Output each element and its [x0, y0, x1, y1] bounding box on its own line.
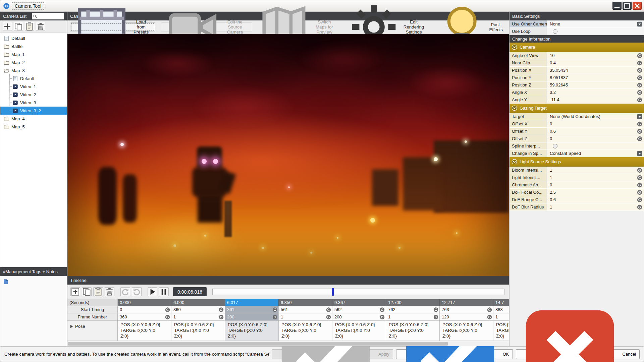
tree-item-map-2[interactable]: Map_2 [0, 58, 67, 66]
tree-item-map3-default[interactable]: Default [0, 74, 67, 82]
pose-cell-5[interactable]: POS:{X:0 Y:0.6 Z:0} TARGET:{X:0 Y:0 Z:0} [386, 321, 440, 341]
tree-item-video-1[interactable]: Video_1 [0, 82, 67, 90]
pose-cell-3[interactable]: POS:{X:0 Y:0.6 Z:0} TARGET:{X:0 Y:0 Z:0} [279, 321, 332, 341]
tree-item-video-2[interactable]: Video_2 [0, 90, 67, 99]
revert-icon[interactable] [637, 129, 642, 134]
tree-item-battle[interactable]: Battle [0, 42, 67, 50]
tree-item-map-5[interactable]: Map_5 [0, 123, 67, 131]
revert-icon[interactable] [326, 307, 331, 312]
copy-keyframe-button[interactable] [82, 287, 92, 296]
revert-icon[interactable] [637, 90, 642, 95]
start-timing-cell-6[interactable]: 763 [440, 306, 493, 313]
revert-icon[interactable] [637, 82, 642, 88]
prop-value[interactable]: None (World Coordinates) [547, 114, 636, 119]
playhead[interactable] [332, 288, 334, 296]
pose-cell-4[interactable]: POS:{X:0 Y:0.6 Z:0} TARGET:{X:0 Y:0 Z:0} [332, 321, 386, 341]
post-effects-button[interactable]: Post-Effects [434, 22, 506, 32]
tree-item-default[interactable]: Default [0, 34, 67, 42]
edit-source-camera-button[interactable]: Edit the Source Camera [161, 22, 252, 32]
tree-item-map-1[interactable]: Map_1 [0, 50, 67, 58]
close-button[interactable] [633, 2, 642, 10]
frame-number-cell-7[interactable]: 1 [493, 313, 509, 321]
frame-number-cell-0[interactable]: 360 [118, 313, 171, 321]
timeline-column-header-1[interactable]: 6.000 [171, 299, 225, 306]
revert-icon[interactable] [433, 307, 438, 312]
start-timing-cell-1[interactable]: 360 [171, 306, 225, 313]
delete-keyframe-button[interactable] [105, 287, 114, 296]
undo-button[interactable] [132, 287, 142, 296]
tree-item-map-3[interactable]: Map_3 [0, 66, 67, 74]
dropdown-icon[interactable] [637, 114, 642, 119]
timeline-scrubber[interactable] [212, 289, 504, 295]
revert-icon[interactable] [380, 307, 385, 312]
camera-list-search-input[interactable] [37, 14, 62, 18]
load-from-presets-button[interactable]: Load from Presets [70, 22, 155, 32]
pose-cell-0[interactable]: POS:{X:0 Y:0.6 Z:0} TARGET:{X:0 Y:0 Z:0} [118, 321, 171, 341]
camera-list-search[interactable] [32, 13, 64, 19]
revert-icon[interactable] [326, 314, 331, 319]
paste-camera-button[interactable] [25, 22, 34, 31]
revert-icon[interactable] [637, 68, 642, 73]
revert-icon[interactable] [165, 314, 170, 319]
frame-number-cell-1[interactable]: 1 [171, 313, 225, 321]
prop-value[interactable]: Constant Speed [547, 151, 636, 156]
revert-icon[interactable] [219, 314, 224, 319]
revert-icon[interactable] [637, 190, 642, 195]
revert-icon[interactable] [272, 307, 277, 312]
prop-value[interactable]: 0.6 [547, 197, 636, 202]
timeline-column-header-2[interactable]: 6.017 [225, 299, 279, 306]
timeline-column-header-6[interactable]: 12.717 [440, 299, 493, 306]
edit-rendering-settings-button[interactable]: Edit Rendering Settings [345, 22, 429, 32]
revert-icon[interactable] [637, 168, 642, 173]
maximize-button[interactable] [623, 2, 632, 10]
revert-icon[interactable] [637, 175, 642, 180]
pose-cell-7[interactable]: POS:{X:0 Y:0.6 Z:0} TARGET:{X:0 Y:0 Z:0} [493, 321, 509, 341]
revert-icon[interactable] [219, 307, 224, 312]
timeline-column-header-7[interactable]: 14.7 [493, 299, 509, 306]
revert-icon[interactable] [487, 314, 492, 319]
revert-icon[interactable] [487, 307, 492, 312]
camera-preview-viewport[interactable] [67, 34, 509, 276]
cancel-button[interactable]: Cancel [516, 349, 640, 359]
section-header-gazing-target[interactable]: Gazing Target [509, 104, 644, 113]
revert-icon[interactable] [637, 204, 642, 210]
prop-value[interactable]: 2.5 [547, 190, 636, 195]
timeline-horizontal-scrollbar[interactable] [67, 341, 509, 346]
prop-value[interactable]: 0 [547, 182, 636, 187]
pose-cell-1[interactable]: POS:{X:0 Y:0.6 Z:0} TARGET:{X:0 Y:0 Z:0} [171, 321, 225, 341]
start-timing-cell-7[interactable]: 883 [493, 306, 509, 313]
revert-icon[interactable] [637, 60, 642, 66]
section-header-camera[interactable]: Camera [509, 43, 644, 52]
dropdown-icon[interactable] [637, 151, 642, 156]
tree-item-video-3-2[interactable]: Video_3_2 [0, 107, 67, 115]
pose-cell-6[interactable]: POS:{X:0 Y:0.6 Z:0} TARGET:{X:0 Y:0 Z:0} [440, 321, 493, 341]
start-timing-cell-4[interactable]: 562 [332, 306, 386, 313]
add-camera-button[interactable] [3, 22, 12, 31]
apply-button[interactable]: Apply [272, 349, 393, 359]
prop-value[interactable]: 10 [547, 53, 636, 58]
revert-icon[interactable] [165, 307, 170, 312]
start-timing-cell-0[interactable]: 0 [118, 306, 171, 313]
frame-number-cell-2[interactable]: 200 [225, 313, 279, 321]
prop-value[interactable]: 0 [547, 136, 636, 141]
revert-icon[interactable] [637, 121, 642, 127]
prop-value[interactable]: 1 [547, 168, 636, 173]
revert-icon[interactable] [637, 182, 642, 188]
prop-value[interactable]: 1 [547, 204, 636, 209]
scrollbar-thumb[interactable] [68, 342, 448, 346]
delete-camera-button[interactable] [36, 22, 45, 31]
revert-icon[interactable] [637, 197, 642, 202]
use-other-camera-value[interactable]: None [547, 21, 636, 26]
paste-keyframe-button[interactable] [93, 287, 103, 296]
pose-row-label[interactable]: Pose [67, 321, 118, 341]
prop-value[interactable]: -11.4 [547, 97, 636, 102]
tree-item-map-4[interactable]: Map_4 [0, 115, 67, 123]
start-timing-cell-3[interactable]: 561 [279, 306, 332, 313]
minimize-button[interactable] [612, 2, 622, 10]
pose-cell-2[interactable]: POS:{X:0 Y:0.6 Z:0} TARGET:{X:0 Y:0 Z:0} [225, 321, 279, 341]
prop-value[interactable]: 35.05434 [547, 68, 636, 73]
frame-number-cell-3[interactable]: 1 [279, 313, 332, 321]
section-header-light-source[interactable]: Light Source Settings [509, 157, 644, 167]
tree-item-video-3[interactable]: Video_3 [0, 99, 67, 107]
management-tags-area[interactable] [0, 276, 67, 346]
